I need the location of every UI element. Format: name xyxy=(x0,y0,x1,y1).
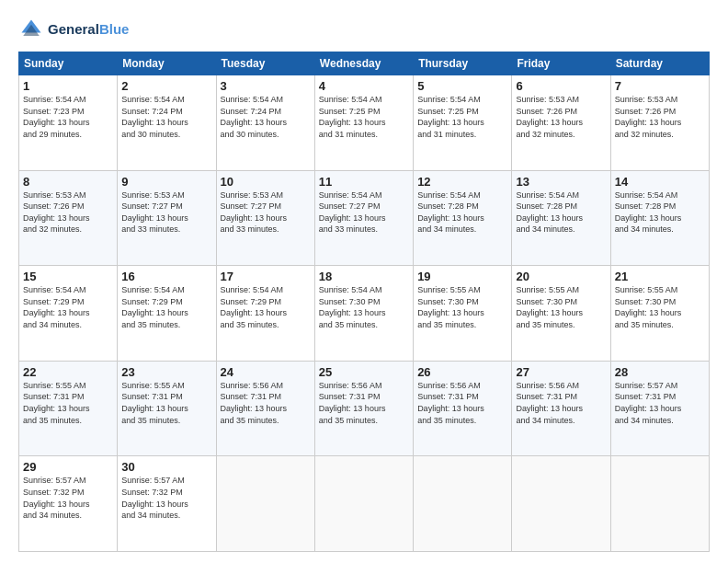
page: GeneralBlue SundayMondayTuesdayWednesday… xyxy=(0,0,728,563)
day-number: 15 xyxy=(23,270,113,283)
day-number: 2 xyxy=(121,79,211,93)
day-info: Sunrise: 5:56 AM Sunset: 7:31 PM Dayligh… xyxy=(417,380,507,426)
day-info: Sunrise: 5:54 AM Sunset: 7:27 PM Dayligh… xyxy=(319,190,409,236)
day-info: Sunrise: 5:53 AM Sunset: 7:26 PM Dayligh… xyxy=(516,94,606,140)
calendar-cell: 12Sunrise: 5:54 AM Sunset: 7:28 PM Dayli… xyxy=(414,170,512,266)
day-number: 11 xyxy=(319,175,409,189)
calendar-cell: 11Sunrise: 5:54 AM Sunset: 7:27 PM Dayli… xyxy=(314,170,413,266)
day-number: 4 xyxy=(319,79,409,93)
week-row-4: 22Sunrise: 5:55 AM Sunset: 7:31 PM Dayli… xyxy=(19,361,710,456)
week-row-3: 15Sunrise: 5:54 AM Sunset: 7:29 PM Dayli… xyxy=(19,266,710,362)
day-number: 21 xyxy=(615,270,705,283)
calendar-cell: 30Sunrise: 5:57 AM Sunset: 7:32 PM Dayli… xyxy=(118,456,216,552)
day-info: Sunrise: 5:54 AM Sunset: 7:24 PM Dayligh… xyxy=(221,94,311,140)
day-info: Sunrise: 5:55 AM Sunset: 7:30 PM Dayligh… xyxy=(516,284,606,330)
day-info: Sunrise: 5:53 AM Sunset: 7:27 PM Dayligh… xyxy=(221,190,311,236)
day-number: 18 xyxy=(319,270,409,283)
calendar-cell: 2Sunrise: 5:54 AM Sunset: 7:24 PM Daylig… xyxy=(118,75,216,171)
calendar-cell: 20Sunrise: 5:55 AM Sunset: 7:30 PM Dayli… xyxy=(512,266,610,362)
day-info: Sunrise: 5:54 AM Sunset: 7:25 PM Dayligh… xyxy=(319,94,409,140)
calendar-cell: 25Sunrise: 5:56 AM Sunset: 7:31 PM Dayli… xyxy=(314,361,413,456)
calendar-cell xyxy=(512,456,610,552)
day-info: Sunrise: 5:56 AM Sunset: 7:31 PM Dayligh… xyxy=(516,380,606,426)
day-info: Sunrise: 5:55 AM Sunset: 7:31 PM Dayligh… xyxy=(23,380,113,426)
day-info: Sunrise: 5:54 AM Sunset: 7:25 PM Dayligh… xyxy=(417,94,507,140)
day-number: 27 xyxy=(516,365,606,379)
day-number: 12 xyxy=(417,175,507,189)
day-number: 30 xyxy=(121,460,211,474)
day-info: Sunrise: 5:57 AM Sunset: 7:32 PM Dayligh… xyxy=(121,475,211,521)
calendar-cell: 13Sunrise: 5:54 AM Sunset: 7:28 PM Dayli… xyxy=(512,170,610,266)
day-number: 20 xyxy=(516,270,606,283)
calendar-cell: 6Sunrise: 5:53 AM Sunset: 7:26 PM Daylig… xyxy=(512,75,610,171)
weekday-saturday: Saturday xyxy=(610,52,709,75)
calendar-cell: 7Sunrise: 5:53 AM Sunset: 7:26 PM Daylig… xyxy=(610,75,709,171)
day-number: 9 xyxy=(121,175,211,189)
day-number: 19 xyxy=(417,270,507,283)
logo: GeneralBlue xyxy=(18,17,129,42)
day-info: Sunrise: 5:56 AM Sunset: 7:31 PM Dayligh… xyxy=(221,380,311,426)
calendar-cell: 17Sunrise: 5:54 AM Sunset: 7:29 PM Dayli… xyxy=(216,266,314,362)
calendar-cell: 22Sunrise: 5:55 AM Sunset: 7:31 PM Dayli… xyxy=(19,361,118,456)
day-info: Sunrise: 5:54 AM Sunset: 7:28 PM Dayligh… xyxy=(615,190,705,236)
day-number: 7 xyxy=(615,79,705,93)
day-number: 14 xyxy=(615,175,705,189)
day-number: 17 xyxy=(221,270,311,283)
calendar-cell: 26Sunrise: 5:56 AM Sunset: 7:31 PM Dayli… xyxy=(414,361,512,456)
weekday-sunday: Sunday xyxy=(19,52,118,75)
calendar-cell: 14Sunrise: 5:54 AM Sunset: 7:28 PM Dayli… xyxy=(610,170,709,266)
day-number: 3 xyxy=(221,79,311,93)
day-number: 24 xyxy=(221,365,311,379)
day-number: 13 xyxy=(516,175,606,189)
day-info: Sunrise: 5:54 AM Sunset: 7:28 PM Dayligh… xyxy=(417,190,507,236)
weekday-thursday: Thursday xyxy=(414,52,512,75)
day-info: Sunrise: 5:53 AM Sunset: 7:26 PM Dayligh… xyxy=(23,190,113,236)
calendar-cell xyxy=(216,456,314,552)
day-info: Sunrise: 5:54 AM Sunset: 7:28 PM Dayligh… xyxy=(516,190,606,236)
calendar-cell xyxy=(314,456,413,552)
calendar-cell xyxy=(610,456,709,552)
day-number: 23 xyxy=(121,365,211,379)
day-number: 6 xyxy=(516,79,606,93)
calendar-table: SundayMondayTuesdayWednesdayThursdayFrid… xyxy=(18,52,710,552)
day-number: 26 xyxy=(417,365,507,379)
day-number: 29 xyxy=(23,460,113,474)
calendar-cell: 8Sunrise: 5:53 AM Sunset: 7:26 PM Daylig… xyxy=(19,170,118,266)
day-number: 22 xyxy=(23,365,113,379)
day-info: Sunrise: 5:53 AM Sunset: 7:26 PM Dayligh… xyxy=(615,94,705,140)
day-info: Sunrise: 5:55 AM Sunset: 7:30 PM Dayligh… xyxy=(417,284,507,330)
calendar-cell: 21Sunrise: 5:55 AM Sunset: 7:30 PM Dayli… xyxy=(610,266,709,362)
day-info: Sunrise: 5:54 AM Sunset: 7:29 PM Dayligh… xyxy=(121,284,211,330)
day-info: Sunrise: 5:54 AM Sunset: 7:29 PM Dayligh… xyxy=(23,284,113,330)
calendar-cell: 28Sunrise: 5:57 AM Sunset: 7:31 PM Dayli… xyxy=(610,361,709,456)
weekday-wednesday: Wednesday xyxy=(314,52,413,75)
header: GeneralBlue xyxy=(18,17,710,42)
day-number: 10 xyxy=(221,175,311,189)
weekday-friday: Friday xyxy=(512,52,610,75)
calendar-cell: 19Sunrise: 5:55 AM Sunset: 7:30 PM Dayli… xyxy=(414,266,512,362)
day-number: 1 xyxy=(23,79,113,93)
logo-icon xyxy=(18,17,44,42)
calendar-cell: 4Sunrise: 5:54 AM Sunset: 7:25 PM Daylig… xyxy=(314,75,413,171)
calendar-cell: 23Sunrise: 5:55 AM Sunset: 7:31 PM Dayli… xyxy=(118,361,216,456)
calendar-cell: 15Sunrise: 5:54 AM Sunset: 7:29 PM Dayli… xyxy=(19,266,118,362)
day-info: Sunrise: 5:55 AM Sunset: 7:30 PM Dayligh… xyxy=(615,284,705,330)
calendar-cell: 16Sunrise: 5:54 AM Sunset: 7:29 PM Dayli… xyxy=(118,266,216,362)
logo-text: GeneralBlue xyxy=(48,22,129,38)
calendar-cell: 18Sunrise: 5:54 AM Sunset: 7:30 PM Dayli… xyxy=(314,266,413,362)
weekday-header-row: SundayMondayTuesdayWednesdayThursdayFrid… xyxy=(19,52,710,75)
calendar-cell: 24Sunrise: 5:56 AM Sunset: 7:31 PM Dayli… xyxy=(216,361,314,456)
weekday-tuesday: Tuesday xyxy=(216,52,314,75)
calendar-cell: 9Sunrise: 5:53 AM Sunset: 7:27 PM Daylig… xyxy=(118,170,216,266)
day-number: 5 xyxy=(417,79,507,93)
day-info: Sunrise: 5:53 AM Sunset: 7:27 PM Dayligh… xyxy=(121,190,211,236)
calendar-body: 1Sunrise: 5:54 AM Sunset: 7:23 PM Daylig… xyxy=(19,75,710,552)
calendar-cell: 10Sunrise: 5:53 AM Sunset: 7:27 PM Dayli… xyxy=(216,170,314,266)
day-number: 16 xyxy=(121,270,211,283)
day-info: Sunrise: 5:56 AM Sunset: 7:31 PM Dayligh… xyxy=(319,380,409,426)
calendar-cell: 3Sunrise: 5:54 AM Sunset: 7:24 PM Daylig… xyxy=(216,75,314,171)
day-info: Sunrise: 5:54 AM Sunset: 7:29 PM Dayligh… xyxy=(221,284,311,330)
weekday-monday: Monday xyxy=(118,52,216,75)
calendar-cell: 27Sunrise: 5:56 AM Sunset: 7:31 PM Dayli… xyxy=(512,361,610,456)
week-row-1: 1Sunrise: 5:54 AM Sunset: 7:23 PM Daylig… xyxy=(19,75,710,171)
